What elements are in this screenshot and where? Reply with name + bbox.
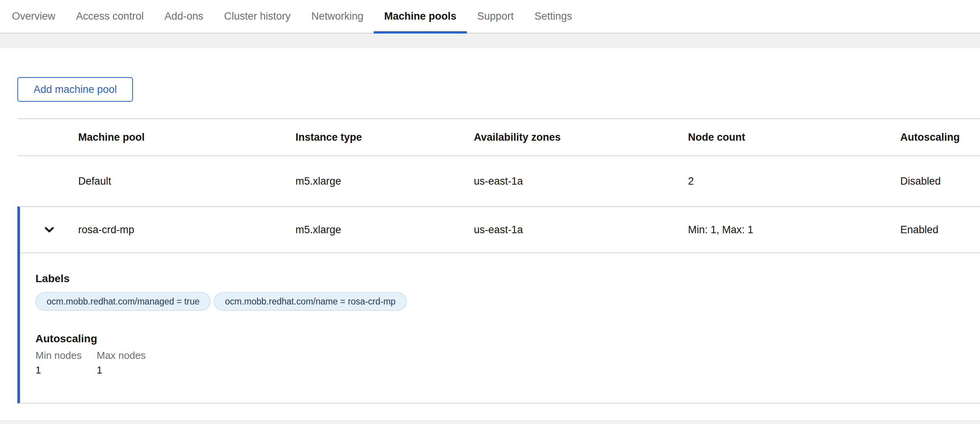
cell-node-count: 2 (688, 175, 900, 187)
max-nodes-label: Max nodes (97, 350, 146, 361)
column-header-machine-pool: Machine pool (78, 131, 295, 143)
table-header-row: Machine pool Instance type Availability … (17, 119, 980, 156)
table-row-default: Default m5.xlarge us-east-1a 2 Disabled (17, 156, 980, 206)
column-header-instance-type: Instance type (295, 131, 474, 143)
min-nodes-group: Min nodes 1 (35, 350, 82, 376)
tab-access-control[interactable]: Access control (66, 0, 154, 33)
chevron-down-icon (43, 223, 56, 236)
labels-heading: Labels (35, 273, 965, 285)
tab-cluster-history[interactable]: Cluster history (214, 0, 301, 33)
tab-machine-pools[interactable]: Machine pools (374, 0, 467, 33)
cell-autoscaling: Disabled (900, 175, 980, 187)
cell-node-count: Min: 1, Max: 1 (688, 224, 900, 236)
cell-instance-type: m5.xlarge (295, 175, 474, 187)
autoscaling-heading: Autoscaling (35, 333, 965, 345)
cell-autoscaling: Enabled (900, 224, 980, 236)
tab-divider-band (0, 34, 980, 48)
column-header-autoscaling: Autoscaling (900, 131, 980, 143)
min-nodes-value: 1 (35, 364, 82, 376)
cell-machine-pool: rosa-crd-mp (78, 224, 295, 236)
cell-machine-pool: Default (78, 175, 295, 187)
tab-settings[interactable]: Settings (524, 0, 582, 33)
label-chip-managed: ocm.mobb.redhat.com/managed = true (35, 292, 211, 311)
expanded-row-container: rosa-crd-mp m5.xlarge us-east-1a Min: 1,… (17, 206, 980, 404)
cell-instance-type: m5.xlarge (295, 224, 474, 236)
tab-overview[interactable]: Overview (2, 0, 66, 33)
cell-availability-zones: us-east-1a (474, 175, 688, 187)
machine-pools-table: Machine pool Instance type Availability … (17, 118, 980, 404)
label-chip-group: ocm.mobb.redhat.com/managed = true ocm.m… (35, 292, 965, 311)
collapse-row-button[interactable] (39, 219, 60, 241)
table-row-rosa-crd-mp: rosa-crd-mp m5.xlarge us-east-1a Min: 1,… (20, 207, 980, 253)
max-nodes-group: Max nodes 1 (97, 350, 146, 376)
tab-support[interactable]: Support (467, 0, 524, 33)
page-bottom-strip (0, 421, 980, 424)
expanded-row-details: Labels ocm.mobb.redhat.com/managed = tru… (20, 253, 980, 403)
column-header-node-count: Node count (688, 131, 900, 143)
add-machine-pool-button[interactable]: Add machine pool (17, 77, 133, 102)
tab-add-ons[interactable]: Add-ons (154, 0, 214, 33)
tab-networking[interactable]: Networking (301, 0, 374, 33)
column-header-availability-zones: Availability zones (474, 131, 688, 143)
cell-availability-zones: us-east-1a (474, 224, 688, 236)
expand-cell (20, 219, 78, 241)
autoscaling-description-list: Min nodes 1 Max nodes 1 (35, 350, 965, 376)
label-chip-name: ocm.mobb.redhat.com/name = rosa-crd-mp (214, 292, 407, 311)
machine-pools-content: Add machine pool Machine pool Instance t… (0, 48, 980, 404)
max-nodes-value: 1 (97, 364, 146, 376)
min-nodes-label: Min nodes (35, 350, 82, 361)
cluster-tab-bar: Overview Access control Add-ons Cluster … (0, 0, 980, 34)
